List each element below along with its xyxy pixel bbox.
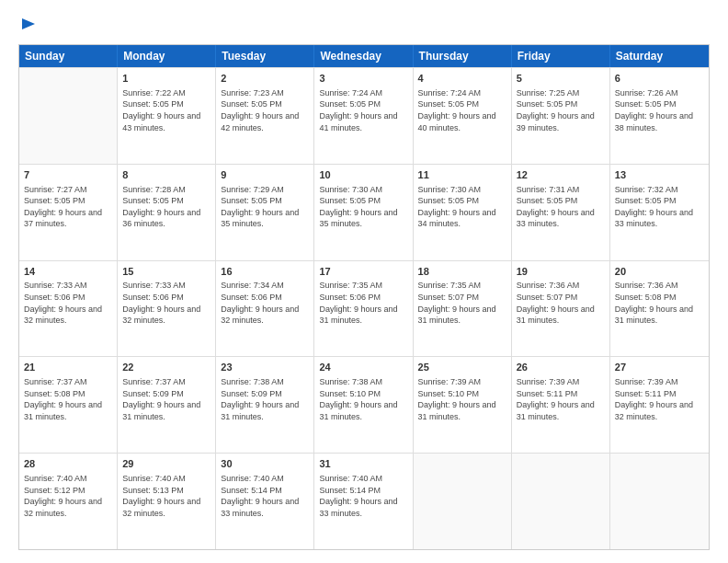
cal-cell-info: Sunrise: 7:35 AMSunset: 5:07 PMDaylight:… <box>418 280 506 326</box>
cal-cell: 30Sunrise: 7:40 AMSunset: 5:14 PMDayligh… <box>216 454 314 549</box>
cal-cell-info: Sunrise: 7:30 AMSunset: 5:05 PMDaylight:… <box>418 184 506 230</box>
cal-cell: 8Sunrise: 7:28 AMSunset: 5:05 PMDaylight… <box>118 165 216 260</box>
cal-cell: 19Sunrise: 7:36 AMSunset: 5:07 PMDayligh… <box>512 261 610 357</box>
cal-cell: 21Sunrise: 7:37 AMSunset: 5:08 PMDayligh… <box>19 357 118 453</box>
cal-cell-info: Sunrise: 7:35 AMSunset: 5:06 PMDaylight:… <box>319 280 407 326</box>
cal-cell: 16Sunrise: 7:34 AMSunset: 5:06 PMDayligh… <box>216 261 314 357</box>
cal-cell-info: Sunrise: 7:22 AMSunset: 5:05 PMDaylight:… <box>122 87 210 133</box>
cal-cell-info: Sunrise: 7:37 AMSunset: 5:09 PMDaylight:… <box>122 376 210 422</box>
cal-day-number: 23 <box>221 361 309 374</box>
page: SundayMondayTuesdayWednesdayThursdayFrid… <box>0 0 728 563</box>
cal-cell-info: Sunrise: 7:29 AMSunset: 5:05 PMDaylight:… <box>221 184 309 230</box>
cal-cell: 13Sunrise: 7:32 AMSunset: 5:05 PMDayligh… <box>610 165 709 260</box>
cal-cell <box>19 68 118 164</box>
cal-day-number: 13 <box>615 168 704 182</box>
calendar: SundayMondayTuesdayWednesdayThursdayFrid… <box>18 44 710 550</box>
cal-cell-info: Sunrise: 7:38 AMSunset: 5:09 PMDaylight:… <box>221 376 309 422</box>
cal-day-number: 2 <box>221 72 309 86</box>
cal-week-1: 1Sunrise: 7:22 AMSunset: 5:05 PMDaylight… <box>19 67 709 164</box>
cal-cell: 9Sunrise: 7:29 AMSunset: 5:05 PMDaylight… <box>216 165 314 260</box>
cal-cell-info: Sunrise: 7:30 AMSunset: 5:05 PMDaylight:… <box>319 184 407 230</box>
cal-cell: 10Sunrise: 7:30 AMSunset: 5:05 PMDayligh… <box>314 165 413 260</box>
cal-cell-info: Sunrise: 7:39 AMSunset: 5:11 PMDaylight:… <box>615 376 704 422</box>
cal-header-saturday: Saturday <box>610 45 709 67</box>
cal-cell-info: Sunrise: 7:27 AMSunset: 5:05 PMDaylight:… <box>24 184 112 230</box>
cal-cell: 7Sunrise: 7:27 AMSunset: 5:05 PMDaylight… <box>19 165 118 260</box>
cal-day-number: 16 <box>221 265 309 279</box>
cal-cell: 28Sunrise: 7:40 AMSunset: 5:12 PMDayligh… <box>19 454 118 549</box>
cal-cell-info: Sunrise: 7:26 AMSunset: 5:05 PMDaylight:… <box>615 87 704 133</box>
cal-week-4: 21Sunrise: 7:37 AMSunset: 5:08 PMDayligh… <box>19 356 709 453</box>
cal-cell-info: Sunrise: 7:33 AMSunset: 5:06 PMDaylight:… <box>24 280 112 326</box>
svg-marker-0 <box>22 18 35 29</box>
cal-cell-info: Sunrise: 7:36 AMSunset: 5:08 PMDaylight:… <box>615 280 704 326</box>
cal-cell: 23Sunrise: 7:38 AMSunset: 5:09 PMDayligh… <box>216 357 314 453</box>
cal-cell-info: Sunrise: 7:31 AMSunset: 5:05 PMDaylight:… <box>517 184 605 230</box>
cal-cell-info: Sunrise: 7:40 AMSunset: 5:13 PMDaylight:… <box>122 473 210 519</box>
cal-cell: 22Sunrise: 7:37 AMSunset: 5:09 PMDayligh… <box>118 357 216 453</box>
cal-header-thursday: Thursday <box>414 45 512 67</box>
cal-header-friday: Friday <box>512 45 610 67</box>
cal-day-number: 7 <box>24 168 112 182</box>
cal-cell: 18Sunrise: 7:35 AMSunset: 5:07 PMDayligh… <box>414 261 512 357</box>
cal-header-monday: Monday <box>118 45 216 67</box>
cal-day-number: 12 <box>517 168 605 182</box>
cal-day-number: 17 <box>319 265 407 279</box>
cal-week-3: 14Sunrise: 7:33 AMSunset: 5:06 PMDayligh… <box>19 260 709 357</box>
cal-header-wednesday: Wednesday <box>314 45 413 67</box>
cal-cell-info: Sunrise: 7:24 AMSunset: 5:05 PMDaylight:… <box>418 87 506 133</box>
cal-day-number: 25 <box>418 361 506 374</box>
cal-cell-info: Sunrise: 7:38 AMSunset: 5:10 PMDaylight:… <box>319 376 407 422</box>
header <box>18 17 710 35</box>
cal-cell: 4Sunrise: 7:24 AMSunset: 5:05 PMDaylight… <box>414 68 512 164</box>
cal-cell: 26Sunrise: 7:39 AMSunset: 5:11 PMDayligh… <box>512 357 610 453</box>
cal-cell: 14Sunrise: 7:33 AMSunset: 5:06 PMDayligh… <box>19 261 118 357</box>
cal-cell-info: Sunrise: 7:36 AMSunset: 5:07 PMDaylight:… <box>517 280 605 326</box>
cal-cell-info: Sunrise: 7:40 AMSunset: 5:14 PMDaylight:… <box>221 473 309 519</box>
cal-day-number: 31 <box>319 457 407 471</box>
cal-cell <box>512 454 610 549</box>
cal-cell: 6Sunrise: 7:26 AMSunset: 5:05 PMDaylight… <box>610 68 709 164</box>
cal-cell: 11Sunrise: 7:30 AMSunset: 5:05 PMDayligh… <box>414 165 512 260</box>
cal-cell: 25Sunrise: 7:39 AMSunset: 5:10 PMDayligh… <box>414 357 512 453</box>
cal-cell <box>414 454 512 549</box>
cal-cell-info: Sunrise: 7:39 AMSunset: 5:11 PMDaylight:… <box>517 376 605 422</box>
cal-day-number: 30 <box>221 457 309 471</box>
cal-day-number: 26 <box>517 361 605 374</box>
cal-week-5: 28Sunrise: 7:40 AMSunset: 5:12 PMDayligh… <box>19 453 709 549</box>
cal-cell <box>610 454 709 549</box>
cal-day-number: 9 <box>221 168 309 182</box>
cal-cell-info: Sunrise: 7:40 AMSunset: 5:14 PMDaylight:… <box>319 473 407 519</box>
cal-day-number: 11 <box>418 168 506 182</box>
cal-day-number: 15 <box>122 265 210 279</box>
cal-day-number: 10 <box>319 168 407 182</box>
cal-cell: 17Sunrise: 7:35 AMSunset: 5:06 PMDayligh… <box>314 261 413 357</box>
cal-cell: 29Sunrise: 7:40 AMSunset: 5:13 PMDayligh… <box>118 454 216 549</box>
calendar-body: 1Sunrise: 7:22 AMSunset: 5:05 PMDaylight… <box>19 67 709 549</box>
cal-day-number: 22 <box>122 361 210 374</box>
cal-day-number: 19 <box>517 265 605 279</box>
cal-cell-info: Sunrise: 7:24 AMSunset: 5:05 PMDaylight:… <box>319 87 407 133</box>
cal-cell: 15Sunrise: 7:33 AMSunset: 5:06 PMDayligh… <box>118 261 216 357</box>
cal-cell-info: Sunrise: 7:33 AMSunset: 5:06 PMDaylight:… <box>122 280 210 326</box>
cal-header-sunday: Sunday <box>19 45 118 67</box>
cal-cell-info: Sunrise: 7:23 AMSunset: 5:05 PMDaylight:… <box>221 87 309 133</box>
cal-cell-info: Sunrise: 7:37 AMSunset: 5:08 PMDaylight:… <box>24 376 112 422</box>
cal-day-number: 4 <box>418 72 506 86</box>
cal-cell-info: Sunrise: 7:40 AMSunset: 5:12 PMDaylight:… <box>24 473 112 519</box>
cal-cell: 27Sunrise: 7:39 AMSunset: 5:11 PMDayligh… <box>610 357 709 453</box>
cal-cell-info: Sunrise: 7:34 AMSunset: 5:06 PMDaylight:… <box>221 280 309 326</box>
cal-cell: 2Sunrise: 7:23 AMSunset: 5:05 PMDaylight… <box>216 68 314 164</box>
cal-cell: 31Sunrise: 7:40 AMSunset: 5:14 PMDayligh… <box>314 454 413 549</box>
cal-day-number: 3 <box>319 72 407 86</box>
cal-header-tuesday: Tuesday <box>216 45 314 67</box>
cal-day-number: 29 <box>122 457 210 471</box>
cal-cell-info: Sunrise: 7:32 AMSunset: 5:05 PMDaylight:… <box>615 184 704 230</box>
cal-cell: 1Sunrise: 7:22 AMSunset: 5:05 PMDaylight… <box>118 68 216 164</box>
cal-day-number: 6 <box>615 72 704 86</box>
cal-cell: 5Sunrise: 7:25 AMSunset: 5:05 PMDaylight… <box>512 68 610 164</box>
cal-day-number: 1 <box>122 72 210 86</box>
cal-cell: 12Sunrise: 7:31 AMSunset: 5:05 PMDayligh… <box>512 165 610 260</box>
cal-day-number: 20 <box>615 265 704 279</box>
cal-cell: 3Sunrise: 7:24 AMSunset: 5:05 PMDaylight… <box>314 68 413 164</box>
